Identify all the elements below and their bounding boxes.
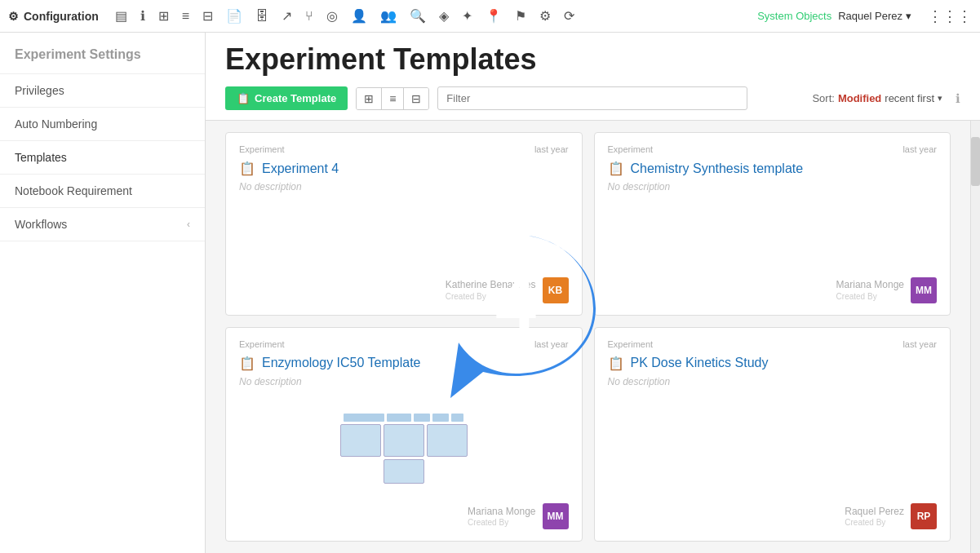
nav-icon-flag[interactable]: ⚑ — [512, 7, 530, 25]
avatar-2: MM — [911, 277, 937, 303]
creator-info-3: Mariana Monge Created By — [468, 506, 535, 528]
create-icon: 📋 — [237, 92, 250, 104]
card-title-text-4: PK Dose Kinetics Study — [631, 356, 769, 370]
page-title: Experiment Templates — [225, 42, 960, 77]
card-type-3: Experiment — [239, 339, 285, 349]
card-footer-2: Mariana Monge Created By MM — [608, 277, 938, 303]
sort-chevron-icon[interactable]: ▾ — [938, 93, 942, 104]
card-title-1: 📋 Experiment 4 — [239, 161, 569, 176]
preview-image-2 — [384, 424, 424, 457]
user-chevron-icon: ▾ — [906, 10, 911, 22]
sidebar-item-templates[interactable]: Templates — [0, 141, 205, 175]
create-label: Create Template — [255, 92, 336, 104]
nav-icon-settings2[interactable]: ⚙ — [536, 7, 554, 25]
avatar-3: MM — [543, 503, 569, 529]
document-icon-4: 📋 — [608, 356, 624, 371]
preview-block-3 — [414, 414, 430, 422]
nav-icon-3d[interactable]: ◈ — [436, 7, 452, 25]
sidebar-item-notebook-requirement[interactable]: Notebook Requirement — [0, 175, 205, 208]
creator-info-1: Katherine Benavides Created By — [446, 279, 536, 301]
sidebar-title: Experiment Settings — [0, 33, 205, 74]
nav-icon-flow[interactable]: ✦ — [459, 7, 476, 25]
document-icon-1: 📋 — [239, 161, 255, 176]
card-title-text-2: Chemistry Synthesis template — [631, 161, 804, 176]
app-brand[interactable]: ⚙ Configuration — [8, 10, 99, 23]
nav-icon-share[interactable]: ↗ — [278, 7, 295, 25]
preview-block-4 — [432, 414, 449, 422]
content-area: Experiment Templates 📋 Create Template ⊞… — [206, 33, 980, 553]
sort-value[interactable]: Modified — [838, 92, 881, 104]
template-card-3[interactable]: Experiment last year 📋 Enzymology IC50 T… — [225, 327, 583, 542]
gear-icon: ⚙ — [8, 10, 19, 23]
card-meta-1: Experiment last year — [239, 144, 569, 154]
card-meta-3: Experiment last year — [239, 339, 569, 349]
sort-order[interactable]: recent first — [885, 92, 934, 104]
user-name: Raquel Perez — [838, 10, 902, 22]
creator-name-2: Mariana Monge — [836, 279, 904, 292]
card-footer-4: Raquel Perez Created By RP — [608, 503, 938, 529]
nav-icon-pin[interactable]: 📍 — [482, 7, 505, 25]
avatar-4: RP — [911, 503, 937, 529]
creator-name-3: Mariana Monge — [468, 506, 535, 519]
nav-icon-grid[interactable]: ⊞ — [155, 7, 172, 25]
sidebar: Experiment Settings Privileges Auto Numb… — [0, 33, 206, 553]
nav-icon-info[interactable]: ℹ — [137, 7, 149, 25]
scrollbar[interactable] — [970, 121, 980, 553]
nav-icon-branch[interactable]: ⑂ — [302, 7, 317, 25]
user-menu[interactable]: Raquel Perez ▾ — [838, 10, 911, 22]
card-title-4: 📋 PK Dose Kinetics Study — [608, 356, 938, 371]
create-template-button[interactable]: 📋 Create Template — [225, 86, 348, 110]
view-detail-button[interactable]: ⊟ — [404, 88, 428, 109]
template-card-4[interactable]: Experiment last year 📋 PK Dose Kinetics … — [594, 327, 951, 542]
document-icon-2: 📋 — [608, 161, 624, 176]
card-description-1: No description — [239, 181, 569, 192]
card-meta-4: Experiment last year — [608, 339, 938, 349]
card-description-4: No description — [608, 376, 938, 387]
card-description-3: No description — [239, 376, 569, 387]
creator-info-2: Mariana Monge Created By — [836, 279, 904, 301]
card-type-2: Experiment — [608, 144, 654, 154]
card-title-text-1: Experiment 4 — [262, 161, 339, 176]
view-card-button[interactable]: ⊞ — [357, 88, 382, 109]
nav-icon-list[interactable]: ≡ — [179, 7, 193, 25]
sidebar-item-workflows[interactable]: Workflows ‹ — [0, 208, 205, 241]
info-icon[interactable]: ℹ — [956, 91, 960, 106]
document-icon-3: 📋 — [239, 356, 255, 371]
nav-icon-doc[interactable]: 📄 — [223, 7, 246, 25]
creator-label-2: Created By — [836, 292, 904, 301]
card-time-3: last year — [534, 339, 569, 349]
sort-label: Sort: — [812, 92, 834, 104]
nav-icon-table2[interactable]: ⊟ — [199, 7, 216, 25]
preview-image-4 — [384, 459, 424, 484]
preview-block-2 — [387, 414, 411, 422]
system-objects-label[interactable]: System Objects — [757, 10, 831, 22]
nav-icon-user1[interactable]: 👤 — [348, 7, 370, 25]
card-meta-2: Experiment last year — [608, 144, 938, 154]
card-footer-3: Mariana Monge Created By MM — [239, 503, 569, 529]
nav-icon-history[interactable]: ⟳ — [561, 7, 578, 25]
card-title-3: 📋 Enzymology IC50 Template — [239, 356, 569, 371]
nav-icon-db[interactable]: 🗄 — [252, 7, 272, 25]
card-type-4: Experiment — [608, 339, 654, 349]
card-time-4: last year — [902, 339, 937, 349]
creator-label-4: Created By — [845, 518, 904, 527]
workflows-label: Workflows — [15, 218, 67, 231]
card-time-2: last year — [902, 144, 937, 154]
nav-icon-shield[interactable]: ◎ — [323, 7, 341, 25]
view-toggle: ⊞ ≡ ⊟ — [356, 87, 429, 110]
nav-icon-user2[interactable]: 👥 — [377, 7, 400, 25]
nav-icon-table1[interactable]: ▤ — [112, 7, 131, 25]
templates-grid: Experiment last year 📋 Experiment 4 No d… — [206, 121, 970, 553]
card-description-2: No description — [608, 181, 938, 192]
scrollbar-thumb[interactable] — [971, 137, 980, 186]
sidebar-item-auto-numbering[interactable]: Auto Numbering — [0, 108, 205, 141]
filter-input[interactable] — [437, 86, 747, 110]
brand-label: Configuration — [24, 10, 99, 23]
apps-grid-icon[interactable]: ⋮⋮⋮ — [928, 7, 972, 25]
creator-label-1: Created By — [446, 292, 536, 301]
template-card-2[interactable]: Experiment last year 📋 Chemistry Synthes… — [594, 132, 951, 316]
nav-icon-search[interactable]: 🔍 — [406, 7, 429, 25]
template-card-1[interactable]: Experiment last year 📋 Experiment 4 No d… — [225, 132, 583, 316]
sidebar-item-privileges[interactable]: Privileges — [0, 74, 205, 108]
view-list-button[interactable]: ≡ — [382, 88, 404, 109]
